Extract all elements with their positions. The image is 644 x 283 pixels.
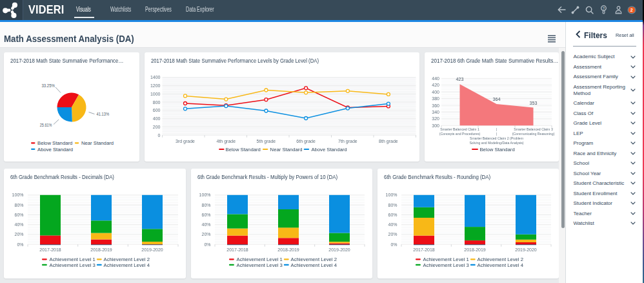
svg-text:2018-2019: 2018-2019 [277,247,299,252]
svg-text:25.61%: 25.61% [40,123,52,127]
svg-text:2019-2020: 2019-2020 [328,247,350,252]
svg-text:2019-2020: 2019-2020 [515,247,537,252]
svg-text:320: 320 [432,116,439,121]
svg-text:Below Standard: Below Standard [37,140,72,146]
svg-text:|: | [496,127,497,131]
svg-text:5th grade: 5th grade [257,139,276,144]
svg-text:Achievement Level 3: Achievement Level 3 [423,262,469,268]
svg-text:353: 353 [530,100,538,106]
svg-text:2019-2020: 2019-2020 [141,247,163,252]
svg-text:364: 364 [493,96,501,102]
svg-text:0: 0 [158,133,161,138]
svg-text:Below Standard: Below Standard [479,147,514,152]
svg-text:440: 440 [432,76,439,81]
svg-text:(Communicating Reasoning): (Communicating Reasoning) [512,132,555,136]
svg-text:|: | [496,132,497,136]
svg-text:Smarter Balanced Claim 2 (Prob: Smarter Balanced Claim 2 (Problem [470,136,523,140]
svg-text:600: 600 [153,108,161,112]
svg-text:Below Standard: Below Standard [226,147,261,152]
svg-text:420: 420 [432,83,439,87]
svg-text:Near Standard: Near Standard [270,147,303,152]
svg-text:Achievement Level 4: Achievement Level 4 [291,262,337,268]
svg-text:6th grade: 6th grade [296,139,316,144]
svg-text:400: 400 [432,90,439,94]
svg-text:2017-2018: 2017-2018 [39,247,61,252]
svg-text:Achievement Level 3: Achievement Level 3 [50,262,96,268]
svg-text:Smarter Balanced Claim 3: Smarter Balanced Claim 3 [514,127,553,131]
svg-text:0%: 0% [204,242,210,247]
svg-text:40%: 40% [14,222,23,227]
svg-text:800: 800 [153,100,161,105]
svg-text:80%: 80% [14,203,23,207]
svg-text:60%: 60% [388,213,397,217]
svg-text:0%: 0% [390,242,397,247]
svg-text:2018-2019: 2018-2019 [90,247,112,252]
svg-text:?: ? [603,6,605,10]
svg-text:80%: 80% [388,203,397,207]
svg-text:41.13%: 41.13% [97,112,110,116]
svg-text:360: 360 [432,103,439,108]
svg-text:60%: 60% [14,213,23,217]
svg-text:1200: 1200 [150,83,161,88]
svg-text:Above Standard: Above Standard [311,147,347,152]
svg-text:Solving and Modeling/Data Anal: Solving and Modeling/Data Analysis) [469,141,523,145]
svg-text:0%: 0% [17,242,23,247]
svg-text:Achievement Level 3: Achievement Level 3 [237,262,283,268]
svg-text:2017-2018: 2017-2018 [413,247,435,252]
svg-text:20%: 20% [201,232,210,236]
svg-text:33.25%: 33.25% [41,83,55,88]
svg-text:100%: 100% [386,193,397,197]
svg-text:100%: 100% [12,193,24,197]
svg-text:(Concepts and Procedures): (Concepts and Procedures) [439,132,481,136]
svg-text:20%: 20% [388,232,397,236]
svg-text:200: 200 [153,125,161,129]
svg-text:4th grade: 4th grade [217,139,236,144]
svg-text:2018-2019: 2018-2019 [464,247,486,252]
svg-text:3rd grade: 3rd grade [176,139,195,144]
svg-text:7th grade: 7th grade [338,139,357,144]
svg-text:Achievement Level 4: Achievement Level 4 [104,262,150,268]
svg-text:Near Standard: Near Standard [81,140,114,146]
svg-text:1000: 1000 [150,92,161,96]
svg-text:340: 340 [432,110,439,114]
svg-text:400: 400 [153,116,161,121]
svg-text:40%: 40% [388,222,397,227]
svg-text:100%: 100% [199,193,211,197]
svg-text:60%: 60% [201,213,210,217]
svg-text:2017-2018: 2017-2018 [226,247,248,252]
svg-text:40%: 40% [201,222,210,227]
svg-text:380: 380 [432,96,439,101]
svg-text:8th grade: 8th grade [379,139,398,144]
svg-text:Smarter Balanced Claim 1: Smarter Balanced Claim 1 [440,127,479,131]
svg-text:80%: 80% [201,203,210,207]
svg-text:423: 423 [456,76,464,82]
svg-text:Above Standard: Above Standard [37,147,73,152]
svg-text:300: 300 [432,123,439,128]
svg-text:1400: 1400 [150,75,161,79]
svg-text:20%: 20% [14,232,23,236]
svg-text:Achievement Level 4: Achievement Level 4 [478,262,524,268]
